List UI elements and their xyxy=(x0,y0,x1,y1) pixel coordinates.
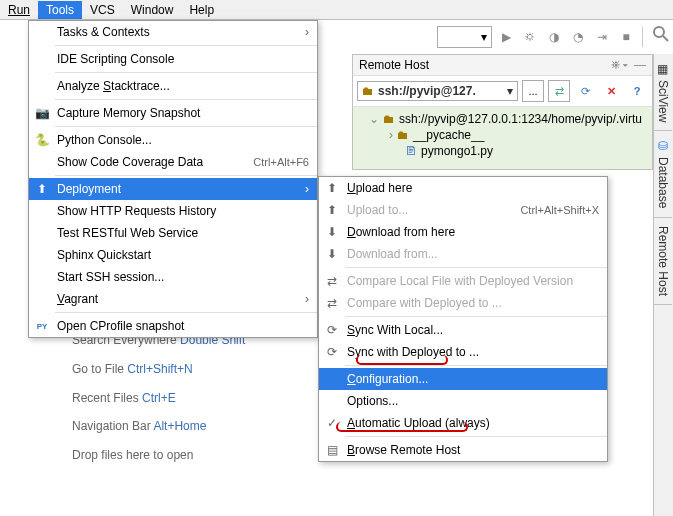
delete-icon[interactable]: ✕ xyxy=(600,80,622,102)
run-config-combo[interactable]: ▾ xyxy=(437,26,492,48)
minimize-icon[interactable]: — xyxy=(634,58,646,72)
attach-icon[interactable]: ⇥ xyxy=(592,27,612,47)
run-icon[interactable]: ▶ xyxy=(496,27,516,47)
search-icon[interactable] xyxy=(653,26,669,45)
http-history-item[interactable]: Show HTTP Requests History xyxy=(29,200,317,222)
download-from-icon: ⬇ xyxy=(323,247,341,261)
download-here-icon: ⬇ xyxy=(323,225,341,239)
refresh-icon[interactable]: ⟳ xyxy=(574,80,596,102)
upload-to-icon: ⬆ xyxy=(323,203,341,217)
compare-deployed-item[interactable]: ⇄Compare with Deployed to ... xyxy=(319,292,607,314)
compare-local-item[interactable]: ⇄Compare Local File with Deployed Versio… xyxy=(319,270,607,292)
help-icon[interactable]: ? xyxy=(626,80,648,102)
right-tool-strip: ▦SciView ⛁Database Remote Host xyxy=(653,54,673,516)
ide-scripting-item[interactable]: IDE Scripting Console xyxy=(29,48,317,70)
svg-point-0 xyxy=(654,27,664,37)
tab-sciview[interactable]: ▦SciView xyxy=(654,54,672,131)
upload-icon: ⬆ xyxy=(33,182,51,196)
menu-help[interactable]: Help xyxy=(181,1,222,19)
menu-bar: Run Tools VCS Window Help xyxy=(0,0,673,20)
vagrant-item[interactable]: Vagrant› xyxy=(29,288,317,310)
deployment-submenu: ⬆Upload here ⬆Upload to...Ctrl+Alt+Shift… xyxy=(318,176,608,462)
sphinx-item[interactable]: Sphinx Quickstart xyxy=(29,244,317,266)
host-combo[interactable]: 🖿ssh://pyvip@127.▾ xyxy=(357,81,518,101)
camera-icon: 📷 xyxy=(33,106,51,120)
download-here-item[interactable]: ⬇Download from here xyxy=(319,221,607,243)
menu-tools[interactable]: Tools xyxy=(38,1,82,19)
editor-tips: Search Everywhere Double Shift Go to Fil… xyxy=(72,326,245,470)
tree-folder[interactable]: ›🖿__pycache__ xyxy=(355,127,650,143)
profile-icon[interactable]: ◔ xyxy=(568,27,588,47)
gear-icon[interactable]: ⛯▾ xyxy=(610,58,628,72)
tools-menu: Tasks & Contexts› IDE Scripting Console … xyxy=(28,20,318,338)
compare-icon: ⇄ xyxy=(323,296,341,310)
tab-remote-host[interactable]: Remote Host xyxy=(654,218,672,305)
compare-icon: ⇄ xyxy=(323,274,341,288)
sync-local-item[interactable]: ⟳Sync With Local... xyxy=(319,319,607,341)
remote-host-title: Remote Host xyxy=(359,58,429,72)
tasks-contexts-item[interactable]: Tasks & Contexts› xyxy=(29,21,317,43)
upload-to-item[interactable]: ⬆Upload to...Ctrl+Alt+Shift+X xyxy=(319,199,607,221)
python-console-item[interactable]: 🐍Python Console... xyxy=(29,129,317,151)
tree-root[interactable]: ⌄🖿ssh://pyvip@127.0.0.1:1234/home/pyvip/… xyxy=(355,111,650,127)
browse-remote-item[interactable]: ▤Browse Remote Host xyxy=(319,439,607,461)
check-icon: ✓ xyxy=(323,416,341,430)
menu-vcs[interactable]: VCS xyxy=(82,1,123,19)
menu-window[interactable]: Window xyxy=(123,1,182,19)
deployment-item[interactable]: ⬆Deployment› xyxy=(29,178,317,200)
sync-icon: ⟳ xyxy=(323,345,341,359)
run-toolbar: ▾ ▶ ⛭ ◑ ◔ ⇥ ■ xyxy=(437,22,645,52)
remote-tree: ⌄🖿ssh://pyvip@127.0.0.1:1234/home/pyvip/… xyxy=(353,107,652,169)
cprofile-item[interactable]: PYOpen CProfile snapshot xyxy=(29,315,317,337)
tab-database[interactable]: ⛁Database xyxy=(654,131,672,217)
tree-file[interactable]: 🖹pymongo1.py xyxy=(355,143,650,159)
upload-here-icon: ⬆ xyxy=(323,181,341,195)
download-from-item[interactable]: ⬇Download from... xyxy=(319,243,607,265)
upload-here-item[interactable]: ⬆Upload here xyxy=(319,177,607,199)
options-item[interactable]: Options... xyxy=(319,390,607,412)
remote-host-panel: Remote Host ⛯▾ — 🖿ssh://pyvip@127.▾ ... … xyxy=(352,54,653,170)
python-icon: 🐍 xyxy=(33,133,51,147)
stop-icon[interactable]: ■ xyxy=(616,27,636,47)
capture-memory-item[interactable]: 📷Capture Memory Snapshot xyxy=(29,102,317,124)
svg-line-1 xyxy=(663,36,668,41)
analyze-stacktrace-item[interactable]: Analyze Stacktrace... xyxy=(29,75,317,97)
menu-run[interactable]: Run xyxy=(0,1,38,19)
sync-deployed-item[interactable]: ⟳Sync with Deployed to ... xyxy=(319,341,607,363)
debug-icon[interactable]: ⛭ xyxy=(520,27,540,47)
host-icon: ▤ xyxy=(323,443,341,457)
auto-upload-item[interactable]: ✓Automatic Upload (always) xyxy=(319,412,607,434)
restful-item[interactable]: Test RESTful Web Service xyxy=(29,222,317,244)
coverage-icon[interactable]: ◑ xyxy=(544,27,564,47)
diff-icon[interactable]: ⇄ xyxy=(548,80,570,102)
more-button[interactable]: ... xyxy=(522,80,544,102)
sync-icon: ⟳ xyxy=(323,323,341,337)
code-coverage-item[interactable]: Show Code Coverage DataCtrl+Alt+F6 xyxy=(29,151,317,173)
py-icon: PY xyxy=(33,322,51,331)
ssh-item[interactable]: Start SSH session... xyxy=(29,266,317,288)
configuration-item[interactable]: Configuration... xyxy=(319,368,607,390)
